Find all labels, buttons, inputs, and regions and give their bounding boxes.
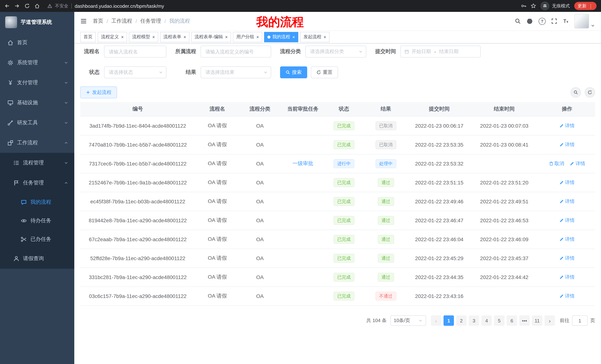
fullscreen-icon[interactable]	[551, 18, 557, 24]
breadcrumb-task-management[interactable]: 任务管理	[140, 18, 161, 25]
close-icon[interactable]: ×	[256, 35, 259, 39]
browser-forward-icon[interactable]	[14, 3, 20, 9]
sidebar-item-home[interactable]: 首页	[0, 33, 74, 53]
detail-button[interactable]: 详情	[559, 293, 575, 299]
process-name: OA 请假	[208, 198, 227, 204]
sidebar-logo[interactable]: 芋道管理系统	[0, 12, 74, 33]
status-select[interactable]: 请选择状态	[104, 67, 166, 78]
close-icon[interactable]: ×	[152, 35, 155, 39]
start-process-button[interactable]: 发起流程	[80, 86, 117, 98]
result-select[interactable]: 请选择流结果	[200, 67, 271, 78]
bookmark-star-icon[interactable]	[531, 3, 536, 9]
submit-time: 2022-01-22 23:49:46	[415, 199, 463, 204]
tab-user-group[interactable]: 用户分组×	[233, 32, 262, 42]
close-icon[interactable]: ×	[292, 35, 295, 39]
sidebar-item-task-management[interactable]: 任务管理	[0, 173, 74, 193]
next-page-button[interactable]: ›	[545, 315, 555, 326]
close-icon[interactable]: ×	[121, 35, 124, 39]
process-name-input[interactable]	[104, 46, 166, 57]
detail-button[interactable]: 详情	[559, 274, 575, 280]
toggle-search-button[interactable]	[571, 87, 581, 98]
sidebar-item-label: 基础设施	[17, 99, 38, 106]
sidebar-item-infrastructure[interactable]: 基础设施	[0, 93, 74, 113]
detail-button[interactable]: 详情	[559, 217, 575, 224]
browser-home-icon[interactable]	[35, 3, 40, 9]
close-icon[interactable]: ×	[323, 35, 326, 39]
sidebar-item-workflow[interactable]: 工作流程	[0, 133, 74, 153]
sidebar-item-label: 支付管理	[17, 79, 38, 86]
breadcrumb-workflow[interactable]: 工作流程	[111, 18, 132, 25]
prev-page-button[interactable]: ‹	[431, 315, 441, 326]
page-button[interactable]: 2	[456, 315, 467, 326]
sidebar-item-my-process[interactable]: 我的流程	[0, 193, 74, 211]
cancel-button[interactable]: 取消	[549, 160, 564, 167]
submit-time: 2022-01-23 00:06:17	[415, 123, 463, 129]
tab-process-form[interactable]: 流程表单×	[160, 32, 190, 42]
detail-button[interactable]: 详情	[570, 160, 585, 167]
refresh-table-button[interactable]	[585, 87, 595, 98]
key-icon[interactable]	[521, 3, 526, 9]
address-bar[interactable]: 不安全 dashboard.yudao.iocoder.cn/bpm/task/…	[48, 3, 164, 9]
tab-process-form-edit[interactable]: 流程表单-编辑×	[191, 32, 231, 42]
sidebar-item-todo-task[interactable]: 待办任务	[0, 211, 74, 230]
current-task-link[interactable]: 一级审批	[292, 160, 313, 166]
reset-button[interactable]: 重置	[311, 67, 338, 78]
page-content: 流程名 所属流程 流程分类 请选择流程分类	[74, 43, 601, 364]
page-button-current[interactable]: 1	[443, 315, 454, 326]
search-icon[interactable]	[515, 18, 521, 24]
close-icon[interactable]: ×	[225, 35, 228, 39]
page-button[interactable]: 4	[481, 315, 492, 326]
search-button[interactable]: 搜索	[280, 67, 307, 78]
github-icon[interactable]	[526, 18, 533, 25]
goto-page-input[interactable]	[572, 315, 588, 326]
submit-time-range-picker[interactable]: 开始日期 - 结束日期	[401, 46, 481, 57]
page-button-last[interactable]: 11	[532, 315, 542, 326]
browser-menu-icon[interactable]: ⋮	[588, 3, 593, 8]
browser-update-button[interactable]: 更新 ⋮	[574, 2, 597, 10]
column-header-submit-time: 提交时间	[409, 102, 470, 116]
page-button[interactable]: 6	[507, 315, 517, 326]
detail-button[interactable]: 详情	[559, 236, 575, 243]
caret-down-icon	[591, 23, 595, 28]
status-badge: 已完成	[334, 254, 354, 263]
tab-my-process[interactable]: 我的流程×	[264, 32, 298, 42]
tab-process-definition[interactable]: 流程定义×	[98, 32, 127, 42]
tab-home[interactable]: 首页	[80, 32, 96, 42]
sidebar-item-process-management[interactable]: 流程管理	[0, 153, 74, 173]
process-definition-input[interactable]	[200, 46, 271, 57]
browser-reload-icon[interactable]	[25, 3, 30, 9]
sidebar-item-system[interactable]: 系统管理	[0, 53, 74, 73]
sidebar-item-label: 请假查询	[23, 255, 44, 262]
sidebar-item-payment[interactable]: 支付管理	[0, 73, 74, 93]
user-menu[interactable]	[574, 14, 595, 29]
more-pages-button[interactable]: •••	[519, 315, 530, 326]
process-category-select[interactable]: 请选择流程分类	[305, 46, 366, 57]
process-name-label: 流程名	[80, 48, 100, 55]
edit-icon	[559, 124, 564, 128]
incognito-badge[interactable]: 无痕模式	[541, 1, 570, 10]
page-button[interactable]: 5	[494, 315, 504, 326]
sidebar-item-done-task[interactable]: 已办任务	[0, 230, 74, 249]
column-header-status: 状态	[325, 102, 363, 116]
help-icon[interactable]: ?	[539, 18, 546, 25]
detail-button[interactable]: 详情	[559, 255, 575, 262]
status-badge: 已完成	[334, 235, 354, 244]
submit-time: 2022-01-22 23:43:16	[415, 293, 463, 299]
detail-button[interactable]: 详情	[559, 198, 575, 205]
close-icon[interactable]: ×	[183, 35, 186, 39]
detail-label: 详情	[565, 217, 575, 224]
tab-start-process[interactable]: 发起流程×	[300, 32, 330, 42]
breadcrumb-home[interactable]: 首页	[93, 18, 103, 25]
column-header-category: 流程分类	[239, 102, 280, 116]
detail-button[interactable]: 详情	[559, 141, 575, 148]
tab-process-model[interactable]: 流程模型×	[129, 32, 158, 42]
browser-back-icon[interactable]	[4, 3, 10, 9]
detail-button[interactable]: 详情	[559, 179, 575, 186]
page-size-select[interactable]: 10条/页	[391, 315, 426, 326]
font-size-icon[interactable]	[563, 18, 569, 24]
sidebar-item-dev-tools[interactable]: 研发工具	[0, 113, 74, 133]
page-button[interactable]: 3	[469, 315, 479, 326]
detail-button[interactable]: 详情	[559, 123, 575, 129]
hamburger-icon[interactable]	[80, 18, 87, 25]
sidebar-item-leave-query[interactable]: 请假查询	[0, 249, 74, 269]
